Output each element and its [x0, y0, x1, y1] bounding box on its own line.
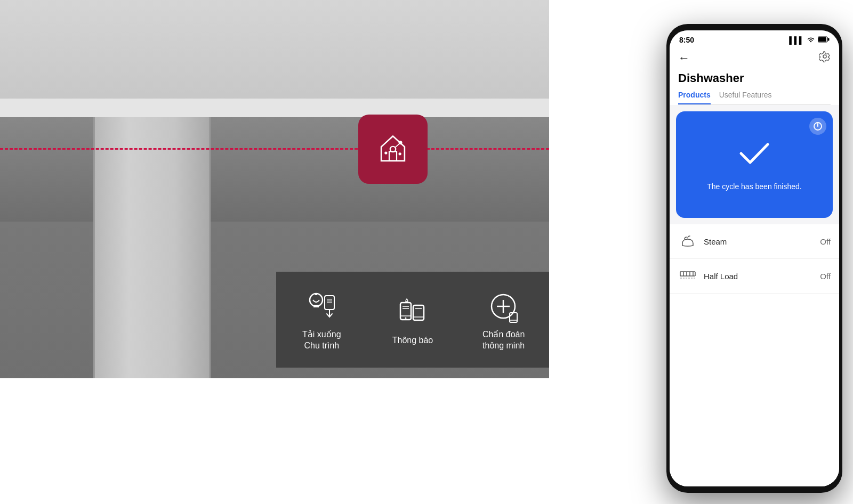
steam-icon	[678, 232, 697, 251]
cycle-status-text: The cycle has been finished.	[707, 182, 801, 191]
status-bar: 8:50 ▌▌▌	[670, 30, 839, 47]
smart-home-icon-box[interactable]	[358, 115, 428, 184]
svg-rect-0	[389, 151, 397, 161]
half-load-feature-row[interactable]: Half Load Off	[670, 259, 839, 294]
status-time: 8:50	[679, 36, 694, 44]
svg-point-6	[310, 294, 323, 306]
notification-feature[interactable]: Thông báo	[370, 294, 455, 346]
svg-rect-9	[325, 296, 334, 310]
phone-screen: 8:50 ▌▌▌	[670, 30, 839, 486]
settings-button[interactable]	[819, 51, 831, 65]
svg-rect-13	[400, 303, 411, 320]
dishwasher-appliance	[93, 117, 211, 378]
signal-icon: ▌▌▌	[789, 36, 804, 44]
app-header: ← Dishwasher Products Useful Features	[670, 47, 839, 105]
kitchen-counter-top	[0, 99, 549, 119]
svg-point-29	[823, 55, 826, 58]
steam-feature-row[interactable]: Steam Off	[670, 224, 839, 259]
svg-rect-8	[315, 294, 317, 295]
svg-point-2	[399, 141, 403, 144]
download-cycle-feature[interactable]: Tải xuống Chu trình	[279, 288, 364, 352]
svg-rect-16	[413, 305, 424, 320]
steam-label: Steam	[704, 237, 820, 246]
svg-point-15	[405, 318, 407, 319]
tab-products[interactable]: Products	[678, 91, 711, 104]
app-title: Dishwasher	[678, 69, 831, 91]
home-iot-icon	[374, 131, 412, 168]
svg-rect-28	[828, 38, 830, 41]
power-button[interactable]	[809, 118, 826, 135]
smart-diagnosis-icon	[485, 288, 522, 325]
svg-point-5	[399, 152, 401, 155]
notification-label: Thông báo	[392, 335, 433, 346]
dotted-line-left	[0, 148, 363, 150]
feature-list: Steam Off	[670, 224, 839, 486]
svg-line-3	[395, 144, 399, 148]
dotted-line-right	[426, 148, 549, 150]
svg-rect-24	[510, 313, 517, 322]
half-load-value: Off	[820, 272, 831, 281]
half-load-label: Half Load	[704, 272, 820, 281]
download-cycle-icon	[303, 288, 340, 325]
battery-icon	[818, 36, 830, 44]
wifi-icon	[807, 36, 815, 44]
tab-useful-features[interactable]: Useful Features	[719, 91, 772, 104]
status-icons: ▌▌▌	[789, 36, 830, 44]
smart-diagnosis-feature[interactable]: Chẩn đoán thông minh	[461, 288, 546, 352]
back-button[interactable]: ←	[678, 51, 690, 65]
phone-mockup: 8:50 ▌▌▌	[666, 24, 842, 493]
tab-bar: Products Useful Features	[678, 91, 831, 105]
download-cycle-label: Tải xuống Chu trình	[302, 329, 341, 352]
svg-point-4	[384, 151, 387, 154]
smart-diagnosis-label: Chẩn đoán thông minh	[482, 329, 525, 352]
steam-value: Off	[820, 237, 831, 246]
feature-overlay: Tải xuống Chu trình Thông b	[276, 272, 549, 368]
notification-icon	[394, 294, 431, 331]
status-card: The cycle has been finished.	[676, 111, 833, 218]
app-nav: ←	[678, 51, 831, 69]
svg-rect-27	[818, 37, 826, 42]
cycle-complete-checkmark	[738, 139, 770, 174]
half-load-icon	[678, 266, 697, 286]
